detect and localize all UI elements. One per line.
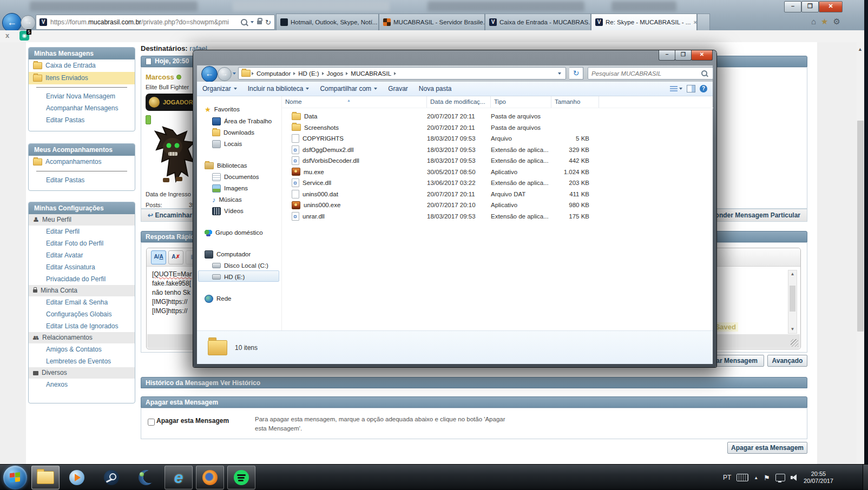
close-button[interactable]: ✕ <box>691 50 713 61</box>
tab-hotmail[interactable]: Hotmail, Outlook, Skype, Notí... <box>276 14 379 30</box>
show-hidden-icons[interactable]: ▲ <box>754 475 758 480</box>
file-row[interactable]: mu.exe 30/05/2017 08:50Aplicativo1.024 K… <box>282 167 713 178</box>
search-box[interactable] <box>588 67 713 80</box>
taskbar-crescent-app[interactable] <box>132 466 160 489</box>
sidebar-item-caixa-de-entrada[interactable]: Caixa de Entrada <box>29 59 135 72</box>
search-icon[interactable] <box>241 19 247 25</box>
nav-grupo-domestico[interactable]: Grupo doméstico <box>205 227 263 238</box>
organize-menu[interactable]: Organizar <box>197 85 242 92</box>
link-lembretes-de-eventos[interactable]: Lembretes de Eventos <box>29 355 135 367</box>
minimize-button[interactable]: – <box>659 50 675 61</box>
nav-disco-local-c[interactable]: Disco Local (C:) <box>212 260 268 271</box>
tab-skype-message[interactable]: V Re: Skype - MUCABRASIL - ... × <box>591 14 697 30</box>
link-privacidade-do-perfil[interactable]: Privacidade do Perfil <box>29 273 135 285</box>
browser-forward-button[interactable]: → <box>21 15 36 30</box>
refresh-icon[interactable]: ↻ <box>265 18 271 27</box>
taskbar-steam[interactable] <box>97 466 126 489</box>
file-row[interactable]: Screenshots 20/07/2017 20:11Pasta de arq… <box>282 122 713 134</box>
nav-imagens[interactable]: Imagens <box>212 183 248 194</box>
taskbar-media-player[interactable] <box>63 466 91 489</box>
file-row[interactable]: unrar.dll 18/03/2017 09:53Extensão de ap… <box>282 211 713 222</box>
explorer-window[interactable]: – ❐ ✕ ← → Computador HD (E:) Jogos MUCAB… <box>193 50 716 367</box>
new-tab-button[interactable] <box>697 14 710 30</box>
views-icon[interactable] <box>670 86 682 92</box>
page-scrollbar[interactable]: ▲ <box>857 42 864 464</box>
link-editar-perfil[interactable]: Editar Perfil <box>29 226 135 237</box>
forward-button[interactable]: → <box>218 67 232 81</box>
link-acompanhar-mensagens[interactable]: Acompanhar Mensagens <box>29 102 135 114</box>
taskbar-explorer[interactable] <box>31 466 60 489</box>
file-row[interactable]: dsfVorbisDecoder.dll 18/03/2017 09:53Ext… <box>282 155 713 167</box>
breadcrumb-computador[interactable]: Computador <box>255 70 292 77</box>
scroll-up-icon[interactable]: ▲ <box>858 47 863 52</box>
nav-musicas[interactable]: ♪Músicas <box>212 194 242 205</box>
nav-area-de-trabalho[interactable]: Área de Trabalho <box>212 116 272 127</box>
scrollbar-thumb[interactable] <box>790 286 795 312</box>
share-with-menu[interactable]: Compartilhar com <box>314 85 383 92</box>
link-enviar-nova-mensagem[interactable]: Enviar Nova Mensagem <box>29 90 135 102</box>
nav-rede[interactable]: Rede <box>205 293 232 304</box>
favorites-star-icon[interactable]: ★ <box>821 17 828 27</box>
network-icon[interactable] <box>775 474 785 481</box>
nav-bibliotecas[interactable]: Bibliotecas <box>205 160 247 171</box>
nav-videos[interactable]: Vídeos <box>212 206 244 216</box>
settings-gear-icon[interactable]: ⚙ <box>833 17 840 27</box>
nav-computador[interactable]: Computador <box>205 249 251 260</box>
resize-grip[interactable] <box>791 339 798 347</box>
home-icon[interactable]: ⌂ <box>811 17 816 27</box>
link-configuracoes-globais[interactable]: Configurações Globais <box>29 308 135 320</box>
restore-button[interactable]: ❐ <box>801 1 819 12</box>
scrollbar-thumb[interactable] <box>857 121 864 332</box>
link-editar-avatar[interactable]: Editar Avatar <box>29 249 135 261</box>
address-dropdown-icon[interactable] <box>251 21 254 23</box>
link-editar-pastas[interactable]: Editar Pastas <box>29 114 135 126</box>
refresh-button[interactable]: ↻ <box>569 67 583 80</box>
file-row[interactable]: unins000.dat 20/07/2017 20:11Arquivo DAT… <box>282 189 713 200</box>
column-name[interactable]: Nome▲ <box>282 96 427 108</box>
action-center-flag-icon[interactable]: ⚑ <box>764 474 770 482</box>
column-size[interactable]: Tamanho <box>551 96 599 108</box>
back-button[interactable]: ← <box>201 66 218 82</box>
link-anexos[interactable]: Anexos <box>29 379 135 390</box>
history-dropdown-icon[interactable] <box>233 72 236 75</box>
file-row[interactable]: Data 20/07/2017 20:11Pasta de arquivos <box>282 111 713 122</box>
scroll-up-icon[interactable]: ▲ <box>788 270 797 278</box>
volume-icon[interactable] <box>791 474 798 481</box>
nav-favoritos[interactable]: ★Favoritos <box>205 104 240 115</box>
file-row[interactable]: unins000.exe 20/07/2017 20:10Aplicativo9… <box>282 200 713 211</box>
restore-button[interactable]: ❐ <box>675 50 692 61</box>
column-type[interactable]: Tipo <box>491 96 551 108</box>
file-row[interactable]: Service.dll 13/06/2017 03:22Extensão de … <box>282 177 713 189</box>
close-button[interactable]: ✕ <box>819 1 843 12</box>
nav-locais[interactable]: Locais <box>212 138 242 149</box>
help-icon[interactable]: ? <box>700 85 707 92</box>
link-editar-assinatura[interactable]: Editar Assinatura <box>29 261 135 273</box>
include-in-library-menu[interactable]: Incluir na biblioteca <box>242 85 315 92</box>
burn-button[interactable]: Gravar <box>383 85 413 92</box>
search-icon[interactable] <box>701 70 707 76</box>
browser-back-button[interactable]: ← <box>2 13 22 32</box>
delete-checkbox[interactable] <box>148 419 155 426</box>
file-row[interactable]: dsfOggDemux2.dll 18/03/2017 09:53Extensã… <box>282 144 713 156</box>
link-editar-email-senha[interactable]: Editar Email & Senha <box>29 296 135 308</box>
breadcrumb-mucabrasil[interactable]: MUCABRASIL <box>349 70 393 77</box>
breadcrumb-bar[interactable]: Computador HD (E:) Jogos MUCABRASIL <box>238 67 566 80</box>
delete-message-button[interactable]: Apagar esta Mensagem <box>727 442 807 454</box>
editor-mode-icon[interactable]: A/A <box>151 250 166 264</box>
breadcrumb-jogos[interactable]: Jogos <box>325 70 345 77</box>
nav-documentos[interactable]: Documentos <box>212 171 259 182</box>
sidebar-item-itens-enviados[interactable]: Itens Enviados <box>29 72 135 84</box>
link-editar-foto-do-perfil[interactable]: Editar Foto do Perfil <box>29 237 135 249</box>
address-bar[interactable]: V https://forum.mucabrasil.com.br/privat… <box>36 15 275 30</box>
new-folder-button[interactable]: Nova pasta <box>413 85 457 92</box>
group-diversos[interactable]: Diversos <box>29 367 135 379</box>
taskbar-firefox[interactable] <box>196 466 224 489</box>
minimize-button[interactable]: – <box>784 1 801 12</box>
keyboard-icon[interactable] <box>737 474 748 481</box>
link-editar-pastas[interactable]: Editar Pastas <box>29 174 135 186</box>
taskbar-internet-explorer[interactable]: e <box>165 466 193 489</box>
file-row[interactable]: COPYRIGHTS 18/03/2017 09:53Arquivo5 KB <box>282 133 713 144</box>
editor-scrollbar[interactable]: ▲ ▼ <box>788 270 797 334</box>
view-history-link[interactable]: Ver Histórico <box>220 379 260 387</box>
show-desktop-button[interactable] <box>863 465 868 490</box>
